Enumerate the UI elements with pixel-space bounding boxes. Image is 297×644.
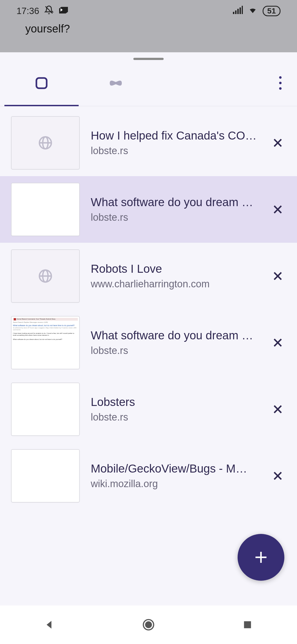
nav-back-button[interactable]	[38, 614, 61, 636]
close-tab-button[interactable]	[270, 334, 286, 351]
system-nav-bar	[0, 605, 297, 644]
status-bar: 17:36 51	[0, 0, 297, 22]
svg-rect-6	[36, 78, 46, 88]
tab-row[interactable]: How I helped fix Canada's CO…lobste.rs	[0, 110, 297, 176]
tab-url: www.charlieharrington.com	[91, 278, 258, 290]
tab-info[interactable]: Robots I Lovewww.charlieharrington.com	[91, 262, 258, 290]
sheet-tabs	[0, 60, 297, 106]
svg-point-28	[145, 621, 152, 628]
tabs-list[interactable]: How I helped fix Canada's CO…lobste.rsWh…	[0, 106, 297, 509]
tab-row[interactable]: Robots I Lovewww.charlieharrington.com	[0, 243, 297, 309]
wifi-icon	[248, 6, 258, 16]
tab-thumbnail[interactable]	[11, 116, 80, 170]
svg-rect-3	[237, 9, 239, 14]
tab-url: lobste.rs	[91, 411, 258, 423]
tab-url: wiki.mozilla.org	[91, 478, 258, 490]
close-tab-button[interactable]	[270, 201, 286, 218]
tab-url: lobste.rs	[91, 212, 258, 223]
status-time: 17:36	[16, 6, 39, 16]
bell-off-icon	[44, 5, 54, 17]
tab-url: lobste.rs	[91, 145, 258, 157]
tab-thumbnail[interactable]: Home Recent Comments Your Threads Submit…	[11, 316, 80, 369]
tab-title: Mobile/GeckoView/Bugs - M…	[91, 462, 258, 475]
tabs-tray-sheet: How I helped fix Canada's CO…lobste.rsWh…	[0, 52, 297, 644]
tabs-menu-button[interactable]	[268, 60, 293, 106]
close-tab-button[interactable]	[270, 401, 286, 417]
tab-info[interactable]: What software do you dream …lobste.rs	[91, 196, 258, 223]
private-tabs-tab[interactable]	[79, 60, 153, 106]
tab-row[interactable]: What software do you dream …lobste.rs	[0, 176, 297, 243]
nav-home-button[interactable]	[138, 614, 160, 636]
tab-info[interactable]: How I helped fix Canada's CO…lobste.rs	[91, 129, 258, 157]
close-tab-button[interactable]	[270, 135, 286, 151]
svg-rect-29	[244, 621, 251, 628]
tab-row[interactable]: Mobile/GeckoView/Bugs - M…wiki.mozilla.o…	[0, 443, 297, 509]
signal-icon	[233, 6, 243, 16]
normal-tabs-tab[interactable]	[4, 60, 79, 106]
svg-rect-2	[235, 10, 237, 14]
tab-info[interactable]: What software do you dream …lobste.rs	[91, 329, 258, 356]
nav-recents-button[interactable]	[237, 614, 258, 636]
tab-thumbnail[interactable]	[11, 383, 80, 436]
tab-row[interactable]: Lobsterslobste.rs	[0, 376, 297, 443]
tab-title: Lobsters	[91, 395, 258, 409]
svg-rect-1	[233, 12, 234, 14]
tab-info[interactable]: Mobile/GeckoView/Bugs - M…wiki.mozilla.o…	[91, 462, 258, 490]
drag-handle[interactable]	[133, 58, 164, 60]
card-icon	[59, 6, 68, 16]
tab-thumbnail[interactable]	[11, 183, 80, 236]
tab-row[interactable]: Home Recent Comments Your Threads Submit…	[0, 309, 297, 376]
tab-thumbnail[interactable]	[11, 249, 80, 303]
tab-title: What software do you dream …	[91, 196, 258, 209]
svg-rect-4	[240, 7, 241, 14]
close-tab-button[interactable]	[270, 268, 286, 284]
tab-thumbnail[interactable]	[11, 449, 80, 503]
tab-url: lobste.rs	[91, 345, 258, 356]
tab-info[interactable]: Lobsterslobste.rs	[91, 395, 258, 423]
close-tab-button[interactable]	[270, 468, 286, 484]
tab-title: How I helped fix Canada's CO…	[91, 129, 258, 142]
tab-title: What software do you dream …	[91, 329, 258, 342]
svg-rect-5	[242, 6, 243, 14]
new-tab-fab[interactable]	[238, 534, 284, 581]
battery-badge: 51	[263, 6, 280, 16]
tab-title: Robots I Love	[91, 262, 258, 275]
